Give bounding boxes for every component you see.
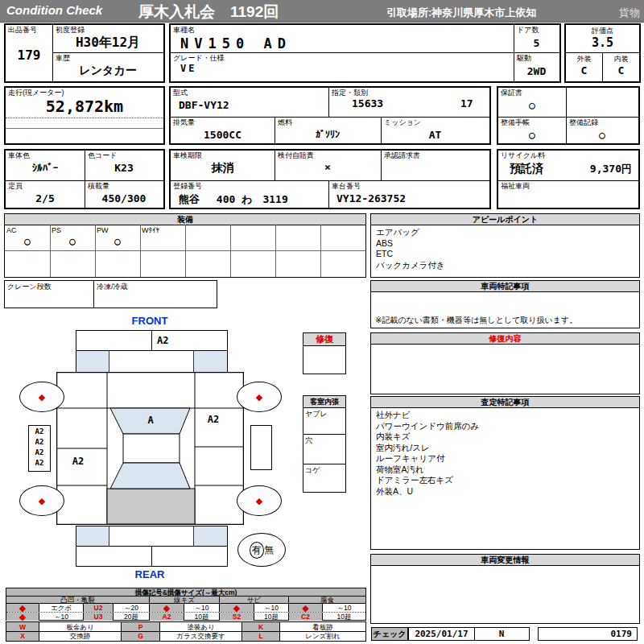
legend-value: ～10 [184,604,220,612]
cabin-burn-label: コゲ [305,466,320,474]
legend-value: ～10 [323,604,365,612]
car-body-diagram [56,372,244,525]
assessment-item: 室内汚れ/スレ [376,443,479,454]
history-label: 車歴 [56,54,70,62]
legend-group-scratch: 線キズ [150,597,220,604]
repair-details-box: 修復内容 [370,332,640,394]
maintenance-record-label: 整備記録 [569,118,598,126]
damage-legend-table: 損傷記号&損傷サイズ(～最大cm) 凸凹・亀裂 線キズ サビ 腐食 ◆ エクボ … [6,588,366,621]
load-label: 積載量 [88,182,109,190]
capacity-label: 定員 [8,182,23,190]
cabin-interior-box: 客室内張 ヤブレ 穴 コゲ [303,395,346,493]
code-p: P [122,622,160,632]
score-label: 評価点 [566,27,639,35]
vehicle-notes-box: 車両特記事項 ※記載のない書類・機器等は無しとして取り扱います。 [370,280,640,328]
front-direction-label: FRONT [118,315,182,327]
windshield-damage-mark: A [137,415,164,426]
legend-code: U3 [84,613,114,621]
code-k-desc: 看板跡 [280,622,365,632]
maintenance-book-mark: ○ [498,129,566,141]
inspection-box: 車検期限 抹消 検付自賠責 × 承認請求書 登録番号 熊谷 400 わ 3119… [169,149,491,209]
wheel-front-right: ◆ [237,382,282,412]
legend-symbol: ◆ [6,613,39,621]
legend-value: ～10 [254,604,289,612]
left-rocker-strip: A2 A2 A2 A2 [28,425,51,472]
chassis-number-value: VY12-263752 [336,192,406,204]
wheel-rear-left: ◆ [19,485,64,516]
front-cowl-left-glass [76,351,109,372]
rear-cowl-left-glass [76,526,109,546]
odometer-box: 走行(現メーター) 52,872km [4,86,165,145]
repair-flag-box: 修復 [303,332,346,374]
exterior-grade-label: 外装 [566,55,602,63]
type-value: DBF-VY12 [179,99,229,111]
left-rear-door-damage-mark: A2 [64,456,92,467]
equip-ac-label: AC [6,226,17,234]
lot-number-label: 出品番号 [8,26,37,34]
displacement-value: 1500CC [171,129,275,141]
assessment-item: ドアミラー左右キズ [376,475,479,486]
spare-tire-marker: 有 無 [237,533,286,567]
crane-fridge-box: クレーン段数 冷凍/冷蔵 [4,280,217,308]
insurance-label: 検付自賠責 [278,151,314,159]
score-value: 3.5 [566,35,639,50]
class-label: 指定・類別 [332,89,368,97]
rear-cowl-band [76,526,228,547]
first-registration-label: 初度登録 [56,26,85,34]
sheet-number-value: 0179 [611,629,633,639]
code-p-desc: 塗装あり [160,622,242,632]
front-bumper-damage-mark: A2 [157,335,168,346]
interior-grade-label: 内装 [603,55,639,63]
right-rocker-strip [250,425,272,470]
legend-value: 10超 [184,613,220,621]
wheel-front-left-damage-mark: ◆ [39,393,45,402]
spare-tire-no: 無 [264,543,274,557]
legend-symbol: ◆ [220,604,254,612]
appeal-item: バックカメラ付き [376,260,445,271]
grade-value: VE [180,63,196,74]
front-cowl-right-glass [193,351,227,372]
assessment-item: ルーフキャリア付 [376,453,479,464]
chassis-number-label: 車台番号 [332,182,361,190]
recycle-fee-value: 9,370円 [590,162,632,176]
score-box: 評価点 3.5 外装 C 内装 C [564,23,641,83]
legend-symbol: ◆ [150,604,184,612]
equip-pw-label: PW [97,226,109,234]
odometer-value: 52,872km [6,97,163,116]
vehicle-change-info-title: 車両変更情報 [371,555,639,566]
model-label: 車種名 [173,26,195,34]
legend-group-corrosion: 腐食 [289,597,365,604]
check-date-value: 2025/01/17 [409,629,474,639]
legend-code: C2 [289,613,323,621]
equip-wtire-label: Wﾀｲﾔ [142,226,159,234]
legend-symbol: ◆ [6,604,39,612]
condition-check-sheet: Condition Check 厚木入札会 1192回 引取場所:神奈川県厚木市… [0,0,644,644]
body-color-label: 車体色 [8,151,30,159]
wheel-rear-right-damage-mark: ◆ [256,497,262,506]
color-code-label: 色コード [88,151,117,159]
left-rocker-mark-2: A2 [29,437,50,448]
history-value: レンタカー [52,64,163,78]
insurance-mark: × [275,161,381,173]
transmission-value: AT [381,129,489,141]
rear-cowl-right-glass [193,526,227,546]
header-bar: Condition Check 厚木入札会 1192回 引取場所:神奈川県厚木市… [0,0,644,23]
check-code-value: N [474,629,529,639]
legend-code: S2 [220,613,254,621]
rear-window-glass [110,463,190,489]
damage-code-table: W 板金あり P 塗装あり K 看板跡 X 交換跡 G ガラス交換要す L レン… [6,621,366,642]
damage-legend-title: 損傷記号&損傷サイズ(～最大cm) [6,588,365,597]
welfare-vehicle-label: 福祉車両 [501,182,530,190]
code-l-desc: レンズ割れ [280,632,365,641]
appeal-points-title: アピールポイント [371,214,639,225]
drive-label: 駆動 [517,54,531,62]
crane-stages-label: クレーン段数 [7,283,52,291]
inspection-expiry-value: 抹消 [171,161,275,175]
approval-request-label: 承認請求書 [384,151,420,159]
warranty-box: 保証書 ○ 整備手帳 ○ 整備記録 ○ [497,86,640,145]
assessment-notes-box: 査定特記事項 社外ナビ パワーウインドウ前席のみ 内装キズ 室内汚れ/スレ ルー… [370,396,640,550]
front-bumper-panel: A2 [76,330,228,351]
legend-value: 20超 [114,613,150,621]
wheel-rear-left-damage-mark: ◆ [39,497,45,506]
registration-number-label: 登録番号 [173,182,202,190]
